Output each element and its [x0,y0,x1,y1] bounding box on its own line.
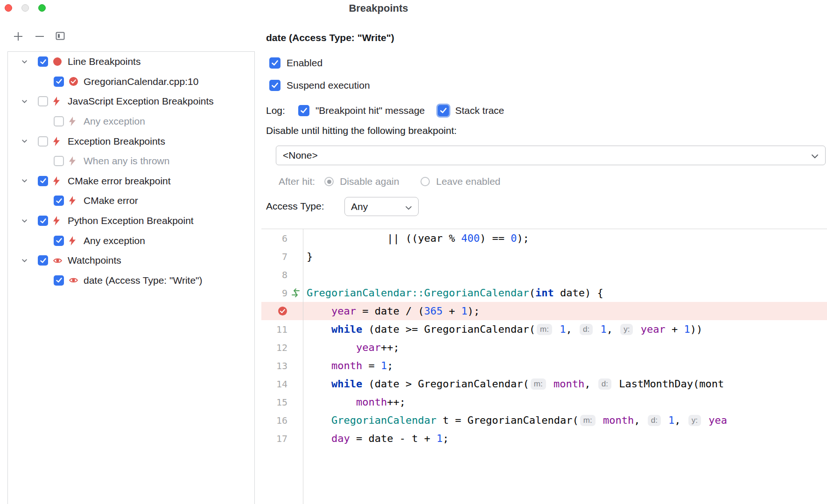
checkbox[interactable] [54,196,64,206]
tree-item-label: When any is thrown [84,155,169,167]
disable-until-combobox[interactable]: <None> [276,146,826,165]
lightning-icon [69,156,83,166]
code-line: 16 GregorianCalendar t = GregorianCalend… [261,411,827,429]
breakpoint-tree-item[interactable]: CMake error breakpoint [8,171,254,191]
access-type-select[interactable]: Any [344,197,419,216]
checkbox[interactable] [54,236,64,246]
line-number[interactable]: 9 [261,287,287,299]
after-hit-row: After hit: Disable again Leave enabled [279,176,500,187]
breakpoint-tree-item[interactable]: Any exception [8,231,254,251]
line-number[interactable]: 6 [261,233,287,244]
inlay-hint: m: [531,378,546,390]
remove-breakpoint-button[interactable] [33,30,46,43]
lightning-icon [69,236,83,245]
group-breakpoints-icon [54,30,66,43]
chevron-down-icon[interactable] [21,138,38,145]
eye-icon [53,256,67,266]
gutter-divider [303,229,303,504]
code-text: || ((year % 400) == 0); [303,232,529,244]
chevron-down-icon[interactable] [21,217,38,224]
checkbox[interactable] [38,136,48,147]
line-number[interactable]: 11 [261,324,287,335]
inlay-hint: y: [688,415,701,426]
lightning-icon [69,117,83,126]
code-text: GregorianCalendar::GregorianCalendar(int… [303,287,603,299]
inlay-hint: y: [620,324,633,335]
breakpoint-tree-item[interactable]: When any is thrown [8,151,254,171]
code-text: month++; [303,396,406,408]
group-breakpoints-button[interactable] [54,30,67,43]
checkbox[interactable] [38,216,48,226]
radio-leave-enabled[interactable]: Leave enabled [421,176,500,187]
line-number[interactable]: 16 [261,415,287,426]
checkbox[interactable] [38,176,48,186]
breakpoint-tree-item[interactable]: Any exception [8,112,254,132]
radio-unselected-icon [421,177,430,186]
line-number[interactable]: 17 [261,433,287,444]
chevron-down-icon[interactable] [21,58,38,65]
breakpoint-tree-item[interactable]: GregorianCalendar.cpp:10 [8,72,254,92]
breakpoint-tree-item[interactable]: Line Breakpoints [8,52,254,72]
line-number[interactable]: 13 [261,360,287,371]
chevron-down-icon[interactable] [21,257,38,264]
enabled-checkbox[interactable] [269,57,280,69]
tree-item-label: CMake error [84,195,138,206]
breakpoint-circle-icon [53,57,67,66]
checkbox[interactable] [54,275,64,286]
access-type-value: Any [351,201,368,212]
code-text: day = date - t + 1; [303,433,449,444]
stack-trace-checkbox[interactable] [438,105,449,116]
line-number[interactable]: 8 [261,269,287,280]
code-line: 13 month = 1; [261,357,827,375]
log-row: Log: "Breakpoint hit" message Stack trac… [266,105,504,116]
code-text: year++; [303,342,399,353]
chevron-down-icon[interactable] [21,177,38,184]
code-line: 12 year++; [261,338,827,357]
suspend-row[interactable]: Suspend execution [269,80,370,91]
checkbox[interactable] [38,56,48,67]
eye-icon [69,275,83,285]
tree-item-label: Python Exception Breakpoint [68,215,194,226]
line-number[interactable]: 7 [261,251,287,262]
suspend-checkbox[interactable] [269,80,280,91]
checkbox[interactable] [38,96,48,106]
tree-item-label: Any exception [84,116,145,127]
code-text: month = 1; [303,360,393,371]
code-text: while (date >= GregorianCalendar(m: 1, d… [303,323,702,335]
breakpoint-details-title: date (Access Type: "Write") [266,32,394,43]
add-breakpoint-button[interactable] [12,30,25,43]
tree-item-label: date (Access Type: "Write") [84,275,203,286]
chevron-down-icon [405,201,412,212]
minus-icon [35,31,45,43]
line-number[interactable]: 15 [261,397,287,408]
checkbox[interactable] [38,255,48,266]
radio-disable-again[interactable]: Disable again [324,176,399,187]
breakpoint-tree-item[interactable]: Watchpoints [8,251,254,271]
breakpoint-icon[interactable] [261,306,287,316]
tree-item-label: JavaScript Exception Breakpoints [68,96,214,107]
enabled-row[interactable]: Enabled [269,57,322,69]
log-message-checkbox[interactable] [298,105,309,116]
code-line: 11 while (date >= GregorianCalendar(m: 1… [261,320,827,338]
breakpoint-tree-item[interactable]: CMake error [8,191,254,211]
stack-trace-label: Stack trace [455,105,504,116]
code-line: 9GregorianCalendar::GregorianCalendar(in… [261,284,827,302]
checkbox[interactable] [54,77,64,87]
checkbox[interactable] [54,156,64,166]
line-number[interactable]: 12 [261,342,287,353]
breakpoint-tree-item[interactable]: JavaScript Exception Breakpoints [8,91,254,112]
lightning-icon [53,176,67,186]
radio-leave-enabled-label: Leave enabled [436,176,500,187]
inlay-hint: m: [580,415,596,426]
checkbox[interactable] [54,116,64,126]
breakpoint-tree-item[interactable]: Python Exception Breakpoint [8,211,254,231]
code-text: GregorianCalendar t = GregorianCalendar(… [303,414,727,426]
log-message-label: "Breakpoint hit" message [315,105,425,116]
code-line: 8 [261,266,827,284]
breakpoint-check-icon [69,77,83,86]
chevron-down-icon[interactable] [21,98,38,105]
breakpoint-tree-item[interactable]: Exception Breakpoints [8,131,254,151]
inlay-hint: d: [598,378,611,390]
breakpoint-tree-item[interactable]: date (Access Type: "Write") [8,271,254,291]
line-number[interactable]: 14 [261,378,287,390]
